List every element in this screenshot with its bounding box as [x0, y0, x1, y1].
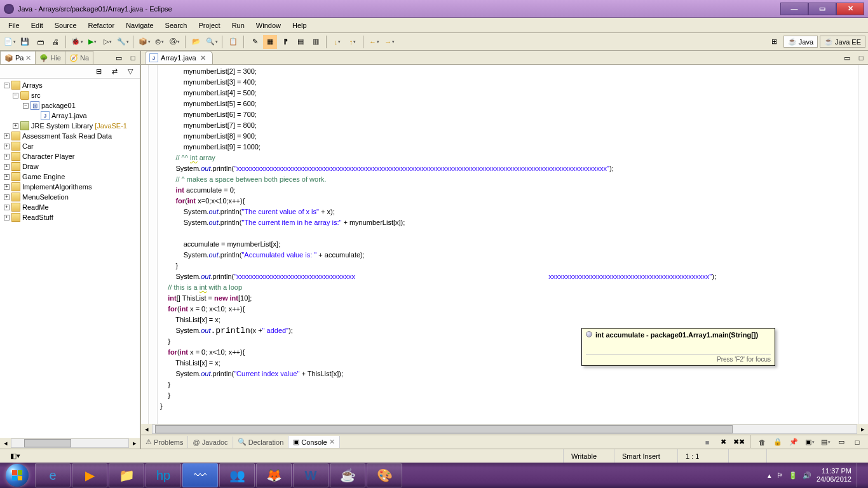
toggle-mark-button[interactable]: ✎ — [248, 35, 262, 49]
editor-tab-array1[interactable]: J Array1.java ✕ — [145, 51, 213, 64]
close-button[interactable]: ✕ — [836, 3, 864, 15]
menu-file[interactable]: File — [3, 20, 25, 31]
console-open-button[interactable]: ▤ — [818, 435, 832, 449]
taskbar-explorer[interactable]: 📁 — [109, 463, 144, 487]
run-last-button[interactable]: ▷ — [100, 35, 114, 49]
editor-overview-ruler[interactable] — [858, 65, 868, 424]
project-item[interactable]: Assessment Task Read Data — [22, 132, 112, 140]
collapse-all-button[interactable]: ⊟ — [92, 65, 105, 79]
file-array1[interactable]: Array1.java — [51, 112, 87, 119]
new-package-button[interactable]: 📦 — [137, 35, 151, 49]
jre-library[interactable]: JRE System Library — [31, 122, 93, 130]
project-item[interactable]: Character Player — [22, 152, 75, 160]
project-item[interactable]: ReadStuff — [22, 214, 53, 221]
new-type-button[interactable]: Ⓖ — [168, 35, 182, 49]
project-item[interactable]: MenuSelcetion — [22, 193, 69, 201]
project-item[interactable]: ImplementAlgorithems — [22, 183, 92, 191]
view-menu-button[interactable]: ▽ — [123, 65, 137, 79]
tray-power-icon[interactable]: 🔋 — [789, 471, 797, 480]
print-button[interactable]: 🖨 — [48, 35, 62, 49]
tab-package-explorer[interactable]: 📦Pa✕ — [0, 51, 36, 64]
run-button[interactable]: ▶ — [85, 35, 99, 49]
console-min-button[interactable]: ▭ — [834, 435, 848, 449]
maximize-button[interactable]: ▭ — [808, 3, 836, 15]
task-button[interactable]: 📋 — [226, 35, 240, 49]
taskbar-firefox[interactable]: 🦊 — [256, 463, 292, 487]
menu-project[interactable]: Project — [193, 20, 226, 31]
taskbar-messenger[interactable]: 👥 — [219, 463, 255, 487]
menu-source[interactable]: Source — [49, 20, 83, 31]
tray-clock[interactable]: 11:37 PM 24/06/2012 — [817, 467, 851, 484]
menu-navigate[interactable]: Navigate — [120, 20, 159, 31]
menu-window[interactable]: Window — [250, 20, 287, 31]
taskbar-eclipse[interactable]: ☕ — [330, 463, 365, 487]
menu-run[interactable]: Run — [226, 20, 250, 31]
open-perspective-button[interactable]: ⊞ — [768, 35, 782, 49]
menu-edit[interactable]: Edit — [25, 20, 49, 31]
package01[interactable]: package01 — [41, 102, 76, 109]
console-pin-button[interactable]: 📌 — [787, 435, 801, 449]
taskbar-media-player[interactable]: ▶ — [72, 463, 107, 487]
taskbar-paint[interactable]: 🎨 — [367, 463, 402, 487]
perspective-javaee[interactable]: ☕Java EE — [820, 36, 865, 48]
back-button[interactable]: ← — [367, 35, 381, 49]
project-item[interactable]: Game Engine — [22, 173, 65, 180]
search-button[interactable]: 🔍 — [205, 35, 219, 49]
forward-button[interactable]: → — [383, 35, 397, 49]
console-clear-button[interactable]: 🗑 — [755, 435, 769, 449]
toggle-block-button[interactable]: ▦ — [263, 35, 277, 49]
console-remove-button[interactable]: ✖ — [716, 435, 730, 449]
editor-fold-column[interactable] — [149, 65, 158, 424]
open-type-button[interactable]: 📂 — [189, 35, 203, 49]
close-tab-button[interactable]: ✕ — [199, 54, 207, 62]
taskbar-ie[interactable]: e — [35, 463, 71, 487]
tab-javadoc[interactable]: @ Javadoc — [188, 437, 233, 448]
project-arrays[interactable]: Arrays — [22, 81, 43, 89]
menu-help[interactable]: Help — [287, 20, 313, 31]
taskbar-word[interactable]: W — [293, 463, 329, 487]
project-tree[interactable]: −Arrays −src −⊞package01 JArray1.java +J… — [0, 79, 140, 438]
src-folder[interactable]: src — [31, 92, 41, 99]
project-item[interactable]: Draw — [22, 163, 39, 170]
save-button[interactable]: 💾 — [18, 35, 32, 49]
console-max-button[interactable]: □ — [850, 435, 864, 449]
project-item[interactable]: Car — [22, 142, 34, 150]
editor-ruler[interactable] — [141, 65, 149, 424]
link-editor-button[interactable]: ⇄ — [107, 65, 121, 79]
view-maximize-button[interactable]: □ — [126, 51, 140, 65]
tab-problems[interactable]: ⚠ Problems — [141, 436, 188, 448]
console-display-button[interactable]: ▣ — [803, 435, 817, 449]
editor-scrollbar[interactable]: ◂▸ — [141, 424, 868, 435]
editor-maximize-button[interactable]: □ — [854, 51, 868, 65]
save-all-button[interactable]: 🗃 — [33, 35, 47, 49]
new-class-button[interactable]: © — [153, 35, 166, 49]
fastview-button[interactable]: ◧▾ — [8, 451, 23, 461]
tray-action-center-icon[interactable]: 🏳 — [776, 471, 783, 479]
perspective-java[interactable]: ☕Java — [783, 36, 818, 48]
start-button[interactable] — [0, 463, 34, 488]
show-whitespace-button[interactable]: ⁋ — [278, 35, 292, 49]
menu-search[interactable]: Search — [159, 20, 193, 31]
tray-show-hidden-icon[interactable]: ▴ — [768, 471, 771, 480]
debug-button[interactable]: 🐞 — [70, 35, 84, 49]
external-tools-button[interactable]: 🔧 — [116, 35, 130, 49]
menu-refactor[interactable]: Refactor — [83, 20, 121, 31]
new-button[interactable]: 📄 — [3, 35, 17, 49]
taskbar-hp[interactable]: hp — [146, 463, 181, 487]
taskbar-app1[interactable]: 〰 — [182, 463, 218, 487]
show-desktop-button[interactable] — [857, 463, 862, 487]
editor-minimize-button[interactable]: ▭ — [840, 51, 854, 65]
console-remove-all-button[interactable]: ✖✖ — [732, 435, 746, 449]
show-line-button[interactable]: ▥ — [309, 35, 323, 49]
tray-volume-icon[interactable]: 🔊 — [803, 471, 811, 480]
console-terminate-button[interactable]: ■ — [700, 435, 714, 449]
tree-scrollbar[interactable]: ◂▸ — [0, 438, 140, 449]
system-tray[interactable]: ▴ 🏳 🔋 🔊 11:37 PM 24/06/2012 — [761, 463, 868, 487]
tab-navigator[interactable]: 🧭Na — [65, 51, 93, 64]
tab-console[interactable]: ▣ Console ✕ — [288, 436, 339, 448]
tab-declaration[interactable]: 🔍 Declaration — [233, 436, 289, 448]
tab-hierarchy[interactable]: 🌳Hie — [35, 51, 65, 64]
next-annotation-button[interactable]: ↓ — [330, 35, 344, 49]
prev-annotation-button[interactable]: ↑ — [346, 35, 360, 49]
code-editor[interactable]: mynumberList[2] = 300; mynumberList[3] =… — [158, 65, 858, 424]
